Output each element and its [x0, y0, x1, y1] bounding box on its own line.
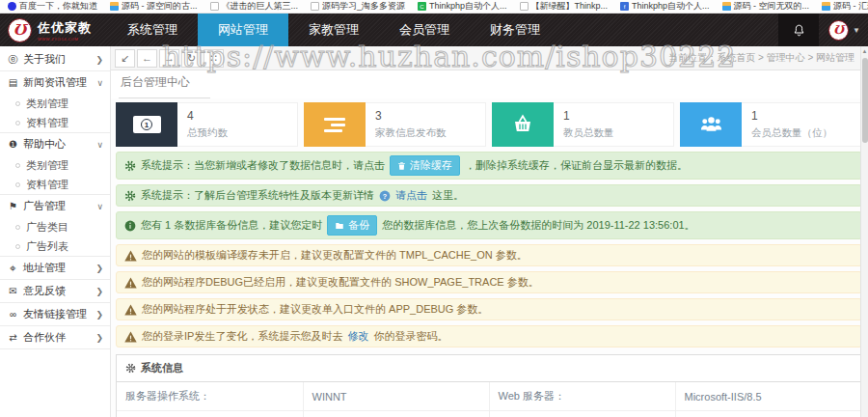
trash-icon [397, 161, 406, 171]
bookmark-item[interactable]: 百度一下，你就知道 [8, 0, 97, 13]
modify-password-link[interactable]: 修改 [347, 329, 368, 344]
forward-button[interactable]: → [159, 49, 179, 68]
click-here-link[interactable]: 请点击 [395, 188, 427, 203]
brand-url: WWW.ZYJI14.COM [38, 37, 92, 42]
chevron-down-icon[interactable]: ▼ [853, 26, 860, 35]
svg-text:?: ? [383, 191, 387, 200]
alert-text: 您的数据库信息，您上次备份数据的时间为 2019-11-22 13:56:01。 [382, 218, 694, 233]
tab-admin-center[interactable]: 后台管理中心 [119, 69, 210, 98]
stat-value: 3 [375, 109, 485, 123]
stat-card-members: 1 会员总数量（位） [680, 102, 862, 147]
gear-icon [124, 160, 136, 172]
bookmark-item[interactable]: 源码 - 汇聚小城的... [822, 0, 868, 13]
source-favicon-icon [722, 2, 731, 11]
warning-triangle-icon [124, 250, 137, 262]
bookmark-item[interactable]: 《进击的巨人第三... [210, 0, 299, 13]
warning-triangle-icon [124, 331, 137, 343]
alert-version-info: 系统提示：了解后台管理系统特性及版本更新详情 ? 请点击 这里。 [116, 184, 862, 207]
alert-backup: 您有 1 条数据库备份信息，建议您定时 备份 您的数据库信息，您上次备份数据的时… [116, 211, 862, 239]
bullet-icon [15, 101, 20, 106]
alert-text: 您的网站的模板编译缓存未开启，建议更改配置文件的 TMPL_CACHE_ON 参… [142, 248, 528, 263]
stat-label: 总预约数 [187, 126, 297, 140]
sidebar-item-news[interactable]: 新闻资讯管理 ∨ [0, 71, 110, 94]
table-row: 服务器操作系统： WINNT Web 服务器： Microsoft-IIS/8.… [117, 382, 861, 411]
bookmark-item[interactable]: Thinkphp自动个人... [620, 0, 710, 13]
user-avatar[interactable]: Ʊ [828, 20, 849, 41]
exchange-icon [7, 332, 19, 343]
bullet-icon [15, 225, 20, 230]
chevron-down-icon: ∨ [96, 140, 103, 150]
bookmark-label: 《进击的巨人第三... [222, 0, 299, 13]
brand[interactable]: Ʊ 佐优家教 WWW.ZYJI14.COM [0, 14, 101, 46]
sidebar-subitem-ad-list[interactable]: 广告列表 [0, 236, 110, 256]
chevron-down-icon: ∨ [96, 202, 103, 211]
sidebar-item-address[interactable]: 地址管理 ❯ [0, 257, 110, 279]
source-favicon-icon [822, 2, 830, 11]
baidu-favicon-icon [8, 2, 16, 11]
alert-debug-trace: 您的网站程序DEBUG已经启用，建议更改配置文件的 SHOW_PAGE_TRAC… [116, 271, 862, 293]
money-bill-icon: 1 [116, 102, 177, 147]
sidebar-item-feedback[interactable]: 意见反馈 ❯ [0, 280, 110, 302]
menu-finance[interactable]: 财务管理 [470, 14, 560, 46]
brand-logo-icon: Ʊ [8, 18, 32, 42]
menu-system[interactable]: 系统管理 [107, 14, 198, 46]
menu-tutor[interactable]: 家教管理 [288, 14, 379, 46]
resize-button[interactable]: ↙ [115, 49, 135, 68]
chevron-down-icon: ∨ [96, 78, 103, 88]
stat-card-bookings: 1 4 总预约数 [116, 102, 298, 147]
backup-button[interactable]: 备份 [327, 215, 377, 236]
bookmark-item[interactable]: 【新绿醒】Thinkp... [520, 0, 609, 13]
info-label: MySQL 版本： [489, 411, 675, 417]
sidebar-subitem-news-category[interactable]: 类别管理 [0, 94, 110, 113]
info-value: Microsoft-IIS/8.5 [675, 382, 861, 411]
bell-icon [792, 23, 806, 38]
link-icon [7, 309, 19, 320]
sidebar-item-partners[interactable]: 合作伙伴 ❯ [0, 326, 110, 348]
sidebar-item-help[interactable]: 帮助中心 ∨ [0, 133, 110, 155]
fullscreen-button[interactable]: ∷ [203, 49, 224, 68]
help-icon [7, 139, 19, 150]
scrollbar[interactable]: ▲ [860, 46, 868, 417]
stat-label: 会员总数量（位） [751, 126, 861, 140]
brand-name: 佐优家教 [38, 19, 92, 37]
system-info-panel: 系统信息 服务器操作系统： WINNT Web 服务器： Microsoft-I… [116, 354, 862, 417]
menu-website[interactable]: 网站管理 [198, 14, 288, 46]
notifications-button[interactable] [778, 14, 819, 46]
info-value: WINNT [303, 382, 489, 411]
bullet-icon [15, 182, 20, 187]
menu-member[interactable]: 会员管理 [379, 14, 470, 46]
bookmark-item[interactable]: 源码 - 源空间的古... [110, 0, 198, 13]
bookmark-item[interactable]: Thinkphp自动个人... [418, 0, 507, 13]
bookmark-label: 百度一下，你就知道 [19, 0, 97, 13]
stat-value: 4 [187, 109, 297, 123]
sidebar-subitem-news-data[interactable]: 资料管理 [0, 113, 110, 132]
basket-icon [492, 102, 554, 147]
bookmark-label: Thinkphp自动个人... [429, 0, 507, 13]
bookmark-item[interactable]: 源码学习_淘多多资源 [311, 0, 405, 13]
blue-favicon-icon [620, 2, 629, 11]
gear-icon [124, 190, 136, 202]
breadcrumb: 当前位置：系统首页 > 管理中心 > 网站管理 [668, 51, 864, 65]
chevron-right-icon: ❯ [95, 333, 103, 343]
sidebar-subitem-help-category[interactable]: 类别管理 [0, 155, 110, 175]
sidebar-item-links[interactable]: 友情链接管理 ❯ [0, 303, 110, 325]
scrollbar-thumb[interactable] [862, 58, 868, 143]
alert-text: 系统提示：当您新增或者修改了数据信息时，请点击 [141, 158, 385, 173]
users-icon [680, 102, 742, 147]
clear-cache-button[interactable]: 清除缓存 [390, 155, 460, 176]
chevron-right-icon: ❯ [95, 287, 103, 296]
alert-app-debug: 您的网站程序处于开发状态，建议更改单入口文件的 APP_DEBUG 参数。 [116, 298, 862, 320]
alert-clear-cache: 系统提示：当您新增或者修改了数据信息时，请点击 清除缓存 ，删除掉系统缓存，保证… [116, 152, 862, 180]
alert-login-ip: 您的登录IP发生了变化，系统提示您及时去 修改 你的登录密码。 [116, 325, 862, 348]
back-button[interactable]: ← [137, 49, 157, 68]
chevron-right-icon: ❯ [95, 264, 103, 273]
sidebar-item-about[interactable]: 关于我们 ❯ [0, 48, 110, 70]
stat-value: 1 [751, 109, 861, 123]
scroll-up-icon[interactable]: ▲ [861, 46, 868, 56]
sidebar-subitem-help-data[interactable]: 资料管理 [0, 175, 110, 194]
sidebar-subitem-ad-category[interactable]: 广告类目 [0, 217, 110, 236]
bullet-icon [15, 121, 20, 125]
bookmark-item[interactable]: 源码 - 空间无双的... [722, 0, 810, 13]
refresh-button[interactable]: ↻ [181, 49, 202, 68]
sidebar-item-ads[interactable]: 广告管理 ∨ [0, 195, 110, 217]
